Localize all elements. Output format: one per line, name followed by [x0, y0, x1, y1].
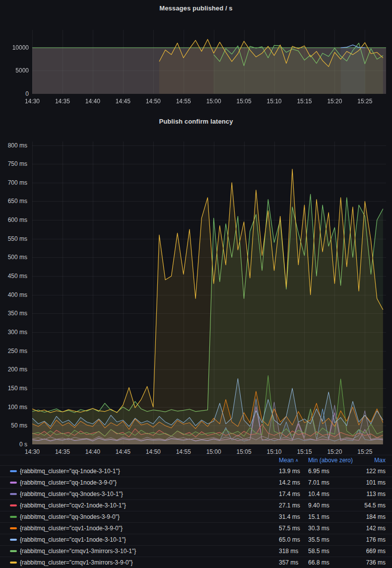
legend-header-max[interactable]: Max	[358, 457, 386, 464]
x-tick-label: 14:45	[108, 98, 138, 105]
series-min-value: 66.8 ms	[308, 559, 358, 566]
y-tick-label: 700 ms	[3, 179, 27, 187]
x-tick-label: 14:50	[138, 98, 168, 105]
series-label[interactable]: {rabbitmq_cluster="cqv2-1node-3-10-1"}	[20, 502, 279, 509]
y-tick-label: 800 ms	[3, 142, 27, 149]
y-tick-label: 250 ms	[3, 348, 27, 355]
series-color-swatch[interactable]	[10, 482, 17, 484]
y-tick-label: 600 ms	[3, 216, 27, 224]
y-tick-label: 500 ms	[3, 254, 27, 261]
series-max-value: 101 ms	[358, 479, 386, 486]
panel-title-messages-published[interactable]: Messages published / s	[0, 4, 392, 12]
series-label[interactable]: {rabbitmq_cluster="cqv1-1node-3-9-0"}	[20, 525, 279, 532]
series-mean-value: 65.0 ms	[279, 536, 308, 543]
x-tick-label: 14:40	[78, 98, 108, 105]
y-tick-label: 450 ms	[3, 273, 27, 280]
series-label[interactable]: {rabbitmq_cluster="cmqv1-3mirrors-3-10-1…	[20, 548, 279, 555]
series-label[interactable]: {rabbitmq_cluster="qq-1node-3-9-0"}	[20, 479, 279, 486]
legend-row[interactable]: {rabbitmq_cluster="cqv1-1node-3-9-0"} 57…	[0, 522, 392, 534]
series-mean-value: 357 ms	[279, 559, 308, 566]
grafana-dashboard: Messages published / s 0500010000 14:301…	[0, 0, 392, 568]
y-tick-label: 50 ms	[3, 422, 27, 429]
series-min-value: 7.01 ms	[308, 479, 358, 486]
series-min-value: 35.5 ms	[308, 536, 358, 543]
publish-confirm-latency-chart[interactable]	[32, 142, 386, 444]
x-tick-label: 15:10	[260, 98, 289, 105]
legend-row[interactable]: {rabbitmq_cluster="cqv2-1node-3-10-1"} 2…	[0, 499, 392, 511]
series-mean-value: 13.9 ms	[279, 468, 308, 475]
x-tick-label: 15:25	[350, 98, 380, 105]
legend-row[interactable]: {rabbitmq_cluster="cmqv1-3mirrors-3-10-1…	[0, 545, 392, 557]
legend-row[interactable]: {rabbitmq_cluster="cmqv1-3mirrors-3-9-0"…	[0, 557, 392, 568]
y-tick-label: 100 ms	[3, 404, 27, 411]
series-max-value: 176 ms	[358, 536, 386, 543]
messages-published-chart[interactable]	[32, 30, 386, 94]
y-tick-label: 5000	[5, 67, 29, 74]
x-tick-label: 15:15	[289, 98, 319, 105]
y-tick-label: 10000	[5, 44, 29, 52]
series-label[interactable]: {rabbitmq_cluster="cqv1-1node-3-10-1"}	[20, 536, 279, 543]
series-mean-value: 31.4 ms	[279, 513, 308, 520]
legend-row[interactable]: {rabbitmq_cluster="cqv1-1node-3-10-1"} 6…	[0, 534, 392, 545]
y-tick-label: 350 ms	[3, 310, 27, 317]
series-color-swatch[interactable]	[10, 562, 17, 564]
series-max-value: 736 ms	[358, 559, 386, 566]
legend-row[interactable]: {rabbitmq_cluster="qq-3nodes-3-10-1"} 17…	[0, 488, 392, 499]
series-mean-value: 14.2 ms	[279, 479, 308, 486]
series-max-value: 113 ms	[358, 491, 386, 497]
legend-row[interactable]: {rabbitmq_cluster="qq-1node-3-10-1"} 13.…	[0, 465, 392, 477]
series-mean-value: 318 ms	[279, 548, 308, 555]
x-tick-label: 14:55	[169, 98, 198, 105]
series-max-value: 122 ms	[358, 468, 386, 475]
series-color-swatch[interactable]	[10, 527, 17, 529]
y-tick-label: 0 s	[3, 441, 27, 448]
series-min-value: 15.1 ms	[308, 513, 358, 520]
sort-ascending-icon: ∧	[295, 458, 299, 463]
legend-table: Mean∧ Min (above zero) Max {rabbitmq_clu…	[0, 455, 392, 568]
series-max-value: 184 ms	[358, 513, 386, 520]
legend-row[interactable]: {rabbitmq_cluster="qq-1node-3-9-0"} 14.2…	[0, 477, 392, 488]
x-tick-label: 15:05	[229, 98, 259, 105]
series-label[interactable]: {rabbitmq_cluster="qq-3nodes-3-9-0"}	[20, 513, 279, 520]
series-color-swatch[interactable]	[10, 539, 17, 541]
x-tick-label: 14:35	[48, 98, 77, 105]
series-max-value: 142 ms	[358, 525, 386, 532]
legend-header-mean[interactable]: Mean∧	[279, 457, 308, 464]
y-tick-label: 300 ms	[3, 329, 27, 336]
series-color-swatch[interactable]	[10, 516, 17, 518]
series-color-swatch[interactable]	[10, 493, 17, 495]
y-tick-label: 200 ms	[3, 366, 27, 373]
series-min-value: 6.95 ms	[308, 468, 358, 475]
series-label[interactable]: {rabbitmq_cluster="cmqv1-3mirrors-3-9-0"…	[20, 559, 279, 566]
series-min-value: 9.40 ms	[308, 502, 358, 509]
series-min-value: 30.3 ms	[308, 525, 358, 532]
y-tick-label: 650 ms	[3, 198, 27, 205]
x-tick-label: 15:00	[199, 98, 229, 105]
series-max-value: 54.5 ms	[358, 502, 386, 509]
x-tick-label: 14:30	[17, 98, 47, 105]
series-mean-value: 17.4 ms	[279, 491, 308, 497]
legend-header-min[interactable]: Min (above zero)	[308, 457, 358, 464]
panel-title-publish-confirm-latency[interactable]: Publish confirm latency	[0, 118, 392, 125]
series-label[interactable]: {rabbitmq_cluster="qq-1node-3-10-1"}	[20, 468, 279, 475]
series-max-value: 669 ms	[358, 548, 386, 555]
y-tick-label: 150 ms	[3, 385, 27, 392]
series-mean-value: 57.5 ms	[279, 525, 308, 532]
legend-header-row: Mean∧ Min (above zero) Max	[0, 455, 392, 465]
y-tick-label: 400 ms	[3, 291, 27, 299]
x-tick-label: 15:20	[320, 98, 349, 105]
series-color-swatch[interactable]	[10, 550, 17, 552]
series-color-swatch[interactable]	[10, 470, 17, 472]
series-label[interactable]: {rabbitmq_cluster="qq-3nodes-3-10-1"}	[20, 491, 279, 497]
series-mean-value: 27.1 ms	[279, 502, 308, 509]
series-color-swatch[interactable]	[10, 504, 17, 506]
legend-rows: {rabbitmq_cluster="qq-1node-3-10-1"} 13.…	[0, 465, 392, 568]
legend-row[interactable]: {rabbitmq_cluster="qq-3nodes-3-9-0"} 31.…	[0, 511, 392, 522]
y-tick-label: 0	[5, 90, 29, 98]
y-tick-label: 750 ms	[3, 160, 27, 168]
y-tick-label: 550 ms	[3, 235, 27, 243]
series-min-value: 10.4 ms	[308, 491, 358, 497]
series-min-value: 58.5 ms	[308, 548, 358, 555]
